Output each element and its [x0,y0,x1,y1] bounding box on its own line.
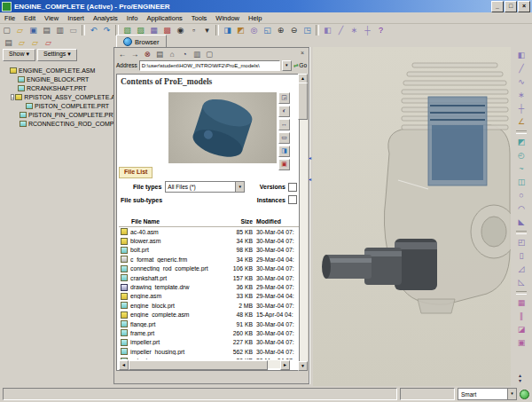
draft-icon[interactable]: ◿ [514,263,529,276]
menu-item[interactable]: Tools [187,13,212,23]
help-icon[interactable]: ? [374,24,387,36]
new-file-icon[interactable]: ▢ [0,24,13,36]
ac-40.asm[interactable]: ac-40.asm 85 KB 30-Mar-04 07: [119,227,299,236]
chamfer-icon[interactable]: ◣ [514,216,529,229]
address-dropdown-icon[interactable]: ▾ [282,60,292,71]
menu-item[interactable]: Applications [142,13,186,23]
history-icon[interactable]: ◔ [178,49,191,59]
preview-settings-icon[interactable]: ▣ [278,159,290,170]
expander-icon[interactable]: - [11,94,14,100]
print-page-icon[interactable]: ▥ [191,49,203,59]
print-preview-icon[interactable]: ▥ [53,24,66,36]
menu-item[interactable]: Insert [63,13,89,23]
nut.prt[interactable]: nut.prt 80 KB 30-Mar-04 07: [119,356,299,359]
minimize-button[interactable]: _ [491,1,504,12]
rib-icon[interactable]: ▯ [514,249,529,263]
undo-icon[interactable]: ↶ [87,24,100,36]
connecting_rod_complete.prt[interactable]: connecting_rod_complete.prt 106 KB 30-Ma… [119,264,299,273]
extrude-icon[interactable]: ◩ [514,136,529,149]
selection-filter-dropdown[interactable]: Smart ▾ [458,388,517,400]
engine_block.prt[interactable]: engine_block.prt 2 MB 30-Mar-04 07: [119,301,299,310]
preview-pan-icon[interactable]: ↔ [278,119,290,130]
coordinate-system-icon[interactable]: ┼ [514,102,529,115]
preview-shaded-icon[interactable]: ◨ [278,146,290,157]
restore-button[interactable]: □ [505,1,517,12]
menu-item[interactable]: Info [122,13,143,23]
sketched-curve-icon[interactable]: ∿ [514,75,529,89]
mirror-icon[interactable]: ∥ [514,310,529,323]
horizontal-scrollbar[interactable]: ◄ ► [119,360,290,368]
select-box-icon[interactable]: ▫ [187,24,200,36]
datum-point-toggle-icon[interactable]: ∗ [348,24,361,36]
revolve-icon[interactable]: ◴ [514,149,529,162]
menu-item[interactable]: Edit [20,13,40,23]
scroll-left-icon[interactable]: ◄ [119,360,129,370]
model-tree-item[interactable]: RCRANKSHAFT.PRT [0,83,113,92]
datum-axis-icon[interactable]: ╱ [514,62,529,75]
column-size[interactable]: Size [215,218,256,226]
preview-wireframe-icon[interactable]: ▭ [278,132,290,144]
engine.asm[interactable]: engine.asm 33 KB 29-Mar-04 04: [119,292,299,301]
model-tree-item[interactable]: ENGINE_BLOCK.PRT [0,75,113,83]
spin-center-icon[interactable]: ◎ [247,24,261,36]
stop-icon[interactable]: ⊗ [141,49,153,59]
instances-checkbox[interactable] [288,195,297,204]
column-file-name[interactable]: File Name [119,218,215,226]
part-preview-thumbnail[interactable] [168,92,277,163]
email-icon[interactable]: ▭ [66,24,80,36]
datum-axis-toggle-icon[interactable]: ╱ [334,24,348,36]
datum-plane-toggle-icon[interactable]: ◧ [321,24,334,36]
find-icon[interactable]: ◉ [174,24,187,36]
go-button[interactable]: ⇄ Go [293,62,307,69]
engine_complete.asm[interactable]: engine_complete.asm 48 KB 15-Apr-04 04: [119,311,299,319]
model-tree-item[interactable]: PISTON_COMPLETE.PRT [0,101,113,110]
hole-icon[interactable]: ○ [514,189,529,202]
vertical-scrollbar[interactable]: ▲ ▼ [300,74,308,371]
file-types-dropdown[interactable]: All Files (*) ▾ [165,181,245,193]
browser-close-icon[interactable]: × [298,50,307,56]
sketch-tool-icon[interactable]: ∠ [514,115,529,129]
csys-toggle-icon[interactable]: ┼ [361,24,374,36]
done-icon[interactable]: ▣ [514,336,529,350]
bolt.prt[interactable]: bolt.prt 98 KB 30-Mar-04 07: [119,246,299,255]
chevron-down-icon[interactable]: ▾ [519,378,521,383]
c_format_generic.frm[interactable]: c_format_generic.frm 34 KB 29-Mar-04 04: [119,255,299,264]
scrollbar-thumb[interactable] [129,360,268,370]
page-icon[interactable]: ▢ [203,49,215,59]
shaded-view-icon[interactable]: ◨ [221,24,234,36]
menu-item[interactable]: Analysis [89,13,122,23]
datum-plane-icon[interactable]: ◧ [514,49,529,62]
menu-item[interactable]: Window [211,13,244,23]
zoom-out-icon[interactable]: ⊖ [287,24,301,36]
impeller_housing.prt[interactable]: impeller_housing.prt 562 KB 30-Mar-04 07… [119,347,299,356]
scrollbar-thumb[interactable] [298,83,308,120]
merge-icon[interactable]: ◪ [514,323,529,336]
model-tree-item[interactable]: - RPISTON_ASSY_COMPLETE.ASM [0,92,113,101]
file-list-tab[interactable]: File List [119,167,153,178]
menu-item[interactable]: Help [244,13,266,23]
model-tree-item[interactable]: PISTON_PIN_COMPLETE.PRT [0,110,113,119]
blend-icon[interactable]: ◫ [514,176,529,189]
open-icon[interactable]: ▱ [13,24,27,36]
graphics-area[interactable] [313,47,511,386]
impeller.prt[interactable]: impeller.prt 227 KB 30-Mar-04 07: [119,338,299,347]
drawing_template.drw[interactable]: drawing_template.drw 36 KB 29-Mar-04 07: [119,282,299,291]
sweep-icon[interactable]: ~ [514,162,529,176]
crankshaft.prt[interactable]: crankshaft.prt 157 KB 30-Mar-04 07: [119,273,299,282]
redo-icon[interactable]: ↷ [100,24,113,36]
forward-icon[interactable]: → [129,49,141,59]
refit-icon[interactable]: ◱ [261,24,274,36]
settings-button[interactable]: Settings ▾ [37,49,77,61]
shell-icon[interactable]: ◰ [514,236,529,249]
blower.asm[interactable]: blower.asm 34 KB 30-Mar-04 07: [119,236,299,245]
save-icon[interactable]: ▣ [27,24,40,36]
menu-item[interactable]: File [0,13,20,23]
toolbar-overflow-control[interactable]: ▴ ▾ [519,373,521,383]
close-button[interactable]: × [518,1,530,12]
model-tree-item[interactable]: ENGINE_COMPLETE.ASM [0,66,113,75]
preview-rotate-icon[interactable]: ◐ [278,106,290,117]
repaint-icon[interactable]: ◳ [301,24,314,36]
zoom-in-icon[interactable]: ⊕ [274,24,287,36]
trim-icon[interactable]: ◺ [514,276,529,289]
model-tree-item[interactable]: RCONNECTING_ROD_COMPLETE.PRT [0,119,113,128]
